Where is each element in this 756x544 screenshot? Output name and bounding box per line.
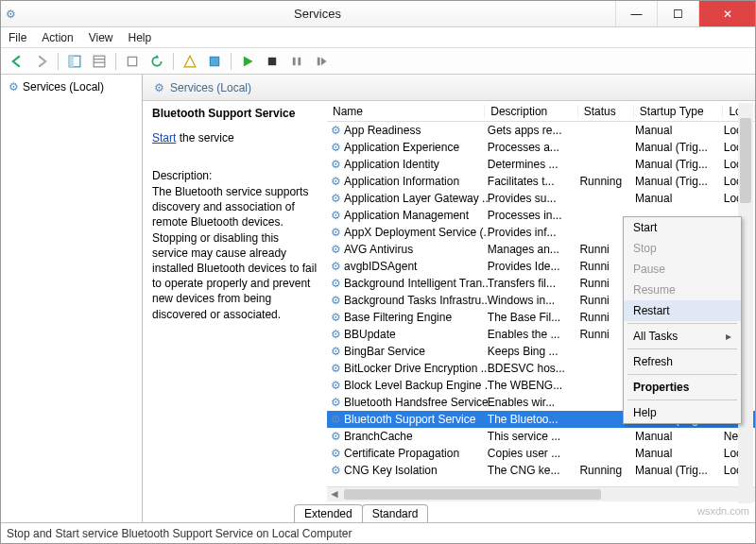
minimize-button[interactable]: — [615, 1, 657, 26]
cell-name: Bluetooth Support Service [344, 413, 475, 426]
ctx-restart[interactable]: Restart [624, 300, 741, 321]
col-name[interactable]: Name [327, 105, 485, 118]
tab-extended[interactable]: Extended [294, 504, 363, 522]
col-startup-type[interactable]: Startup Type [634, 105, 724, 118]
table-row[interactable]: ⚙BranchCacheThis service ...ManualNet [327, 428, 755, 445]
cell-stype: Manual [635, 430, 724, 443]
cell-desc: Provides inf... [488, 226, 580, 239]
cell-status: Running [579, 464, 635, 477]
table-row[interactable]: ⚙Certificate PropagationCopies user ...M… [327, 445, 755, 462]
pause-service-button[interactable] [286, 51, 307, 72]
table-row[interactable]: ⚙App ReadinessGets apps re...ManualLoc [327, 122, 755, 139]
cell-desc: Manages an... [488, 243, 580, 256]
ctx-properties[interactable]: Properties [624, 377, 741, 398]
gear-icon: ⚙ [154, 81, 164, 94]
cell-stype: Manual (Trig... [635, 158, 724, 171]
description-label: Description: [152, 169, 318, 182]
show-hide-tree-button[interactable] [64, 51, 85, 72]
tree-root-item[interactable]: ⚙ Services (Local) [5, 78, 138, 95]
restart-service-button[interactable] [311, 51, 332, 72]
svg-rect-9 [298, 57, 301, 64]
gear-icon: ⚙ [331, 464, 341, 477]
gear-icon: ⚙ [331, 158, 341, 171]
ctx-refresh[interactable]: Refresh [624, 351, 741, 372]
menu-help[interactable]: Help [129, 31, 152, 44]
start-link[interactable]: Start [152, 131, 176, 144]
cell-name: BingBar Service [344, 345, 425, 358]
cell-desc: Processes in... [488, 209, 580, 222]
cell-desc: The CNG ke... [488, 464, 580, 477]
cell-desc: Enables the ... [488, 328, 580, 341]
menu-view[interactable]: View [89, 31, 113, 44]
cell-stype: Manual (Trig... [635, 175, 724, 188]
col-status[interactable]: Status [578, 105, 634, 118]
title-bar: ⚙ Services — ☐ ✕ [1, 1, 755, 27]
gear-icon: ⚙ [331, 243, 341, 256]
maximize-button[interactable]: ☐ [657, 1, 698, 26]
back-button[interactable] [7, 51, 27, 72]
export-button[interactable] [122, 51, 143, 72]
close-button[interactable]: ✕ [698, 1, 755, 26]
properties-button[interactable] [180, 51, 200, 72]
cell-desc: Provides su... [488, 192, 580, 205]
table-row[interactable]: ⚙Application InformationFacilitates t...… [327, 173, 755, 190]
menu-file[interactable]: File [9, 31, 26, 44]
gear-icon: ⚙ [331, 328, 341, 341]
svg-rect-7 [268, 57, 276, 64]
gear-icon: ⚙ [331, 362, 341, 375]
gear-icon: ⚙ [9, 80, 19, 94]
gear-icon: ⚙ [331, 175, 341, 188]
gear-icon: ⚙ [331, 447, 341, 460]
cell-stype: Manual (Trig... [635, 464, 724, 477]
tab-standard[interactable]: Standard [362, 504, 429, 522]
cell-name: BBUpdate [344, 328, 396, 341]
menu-bar: File Action View Help [1, 27, 755, 48]
gear-icon: ⚙ [331, 209, 341, 222]
cell-desc: Facilitates t... [488, 175, 580, 188]
cell-desc: Gets apps re... [488, 124, 580, 137]
status-bar: Stop and Start service Bluetooth Support… [1, 522, 755, 543]
ctx-resume[interactable]: Resume [624, 280, 741, 300]
cell-desc: Keeps Bing ... [488, 345, 580, 358]
gear-icon: ⚙ [331, 345, 341, 358]
cell-desc: The Bluetoo... [488, 413, 580, 426]
cell-name: Bluetooth Handsfree Service [344, 396, 488, 409]
start-suffix: the service [180, 131, 234, 144]
ctx-start[interactable]: Start [624, 217, 741, 238]
cell-name: Background Intelligent Tran... [344, 277, 488, 290]
horizontal-scrollbar[interactable]: ◄► [327, 486, 755, 502]
cell-name: AVG Antivirus [344, 243, 413, 256]
menu-action[interactable]: Action [42, 31, 73, 44]
ctx-help[interactable]: Help [624, 402, 741, 423]
table-row[interactable]: ⚙CNG Key IsolationThe CNG ke...RunningMa… [327, 462, 755, 479]
svg-rect-2 [94, 56, 105, 67]
cell-stype: Manual [635, 447, 724, 460]
start-service-button[interactable] [237, 51, 258, 72]
svg-rect-8 [293, 57, 296, 64]
table-row[interactable]: ⚙Application IdentityDetermines ...Manua… [327, 156, 755, 173]
cell-desc: Provides Ide... [488, 260, 580, 273]
list-button[interactable] [89, 51, 110, 72]
help-button[interactable] [204, 51, 225, 72]
cell-name: AppX Deployment Service (... [344, 226, 488, 239]
ctx-pause[interactable]: Pause [624, 259, 741, 280]
watermark: wsxdn.com [697, 505, 749, 517]
gear-icon: ⚙ [331, 379, 341, 392]
gear-icon: ⚙ [331, 396, 341, 409]
refresh-button[interactable] [146, 51, 167, 72]
gear-icon: ⚙ [331, 260, 341, 273]
forward-button[interactable] [31, 51, 52, 72]
table-row[interactable]: ⚙Application ExperienceProcesses a...Man… [327, 139, 755, 156]
gear-icon: ⚙ [331, 226, 341, 239]
stop-service-button[interactable] [262, 51, 283, 72]
ctx-all-tasks[interactable]: All Tasks▸ [624, 326, 741, 347]
svg-rect-6 [210, 57, 218, 65]
col-description[interactable]: Description [485, 105, 577, 118]
gear-icon: ⚙ [331, 294, 341, 307]
gear-icon: ⚙ [331, 277, 341, 290]
cell-name: Base Filtering Engine [344, 311, 452, 324]
table-row[interactable]: ⚙Application Layer Gateway ...Provides s… [327, 190, 755, 207]
cell-name: Application Experience [344, 141, 459, 154]
cell-name: Application Layer Gateway ... [344, 192, 488, 205]
ctx-stop[interactable]: Stop [624, 238, 741, 259]
